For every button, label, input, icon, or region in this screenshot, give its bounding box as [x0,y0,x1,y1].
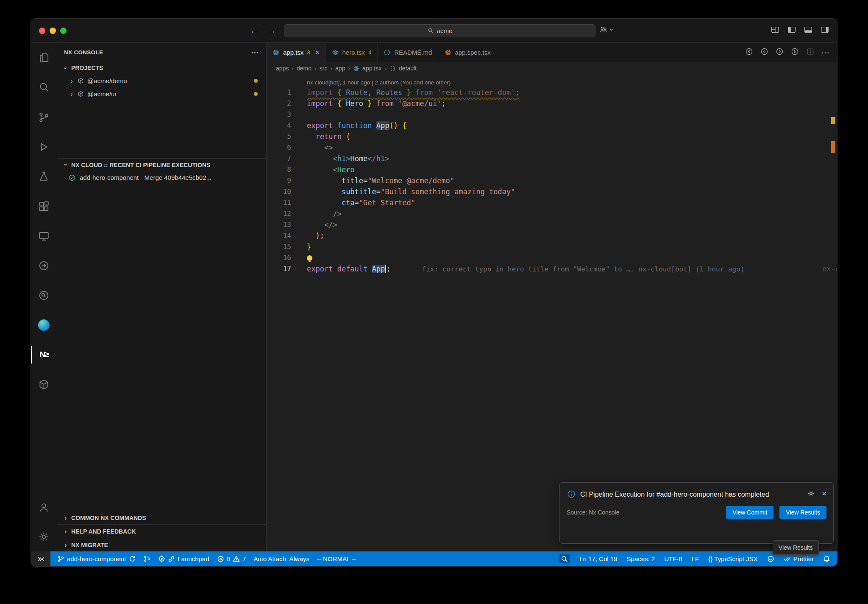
remote-indicator[interactable] [31,551,50,566]
code-line[interactable]: 2import { Hero } from '@acme/ui'; [267,98,837,109]
run-debug-icon[interactable] [31,132,57,162]
projects-section-header[interactable]: › PROJECTS [57,62,266,74]
line-number[interactable]: 2 [267,98,291,109]
view-results-button[interactable]: View Results [779,506,826,519]
code-line[interactable]: 14 ); [267,230,837,241]
source-control-icon[interactable] [31,102,57,132]
encoding-indicator[interactable]: UTF-8 [664,555,682,562]
code-line[interactable]: 5 return ( [267,131,837,142]
line-number[interactable]: 6 [267,142,291,153]
notifications-button[interactable] [823,555,830,562]
code-line[interactable]: 15} [267,241,837,252]
search-details-icon[interactable] [31,280,57,310]
language-mode-indicator[interactable]: {} TypeScript JSX [708,555,757,562]
tab-app-tsx[interactable]: app.tsx 3 × [267,43,326,62]
open-changes-icon[interactable] [760,47,769,58]
remote-explorer-icon[interactable] [31,221,57,251]
line-number[interactable]: 12 [267,208,291,219]
tab-hero-tsx[interactable]: hero.tsx 4 [326,43,378,62]
problems-indicator[interactable]: 0 7 [217,555,246,562]
live-share-icon[interactable] [31,251,57,280]
zoom-indicator[interactable] [559,554,570,563]
toggle-primary-sidebar-icon[interactable] [787,25,796,36]
code-editor[interactable]: nx-cloud[bot], 1 hour ago | 2 authors (Y… [267,75,837,551]
line-number[interactable]: 8 [267,164,291,175]
auto-attach-indicator[interactable]: Auto Attach: Always [253,555,309,562]
testing-icon[interactable] [31,162,57,191]
command-center-search[interactable]: acme [284,24,595,37]
line-number[interactable]: 14 [267,230,291,241]
close-window-button[interactable] [39,28,45,34]
code-line[interactable]: 1import { Route, Routes } from 'react-ro… [267,87,837,98]
zoom-window-button[interactable] [60,28,67,34]
line-number[interactable]: 5 [267,131,291,142]
edge-browser-icon[interactable] [31,310,57,340]
toggle-secondary-sidebar-icon[interactable] [820,25,829,36]
line-number[interactable]: 11 [267,197,291,208]
section-nx-migrate[interactable]: › NX MIGRATE [57,538,266,551]
line-number[interactable]: 15 [267,241,291,252]
line-number[interactable]: 13 [267,219,291,230]
prev-change-icon[interactable] [745,47,754,58]
code-line[interactable]: 9 title="Welcome @acme/demo" [267,175,837,186]
navigate-forward-icon[interactable]: → [266,25,278,36]
line-number[interactable]: 7 [267,153,291,164]
line-number[interactable]: 9 [267,175,291,186]
eol-indicator[interactable]: LF [692,555,699,562]
nx-cloud-section-header[interactable]: › NX CLOUD :: RECENT CI PIPELINE EXECUTI… [57,158,266,171]
package-icon[interactable] [31,369,57,399]
code-line[interactable]: 7 <h1>Home</h1> [267,153,837,164]
vim-mode-indicator[interactable]: -- NORMAL -- [317,555,356,562]
next-change-icon[interactable] [775,47,784,58]
account-icon[interactable] [31,492,57,522]
tree-item-acme-demo[interactable]: › @acme/demo [57,74,266,87]
notification-settings-icon[interactable] [807,489,815,499]
line-number[interactable]: 10 [267,186,291,197]
code-line[interactable]: 13 </> [267,219,837,230]
pipeline-execution-item[interactable]: add-hero-component - Merge 409b44e5cb02.… [57,171,266,184]
line-number[interactable]: 16 [267,252,291,263]
explorer-icon[interactable] [31,43,57,73]
more-actions-icon[interactable]: ⋯ [821,48,829,58]
customize-layout-icon[interactable] [771,25,780,36]
lightbulb-icon[interactable] [307,255,312,261]
code-line[interactable]: 4export function App() { [267,120,837,131]
cursor-position-indicator[interactable]: Ln 17, Col 19 [579,555,617,562]
feedback-button[interactable] [767,555,774,562]
code-line[interactable]: 17export default App;fix: correct typo i… [267,263,837,274]
code-line[interactable]: 3 [267,109,837,120]
line-number[interactable]: 1 [267,87,291,98]
navigate-back-icon[interactable]: ← [249,25,261,36]
line-number[interactable]: 3 [267,109,291,120]
tab-readme-md[interactable]: README.md [378,43,438,62]
tree-item-acme-ui[interactable]: › @acme/ui [57,87,266,101]
tab-app-spec-tsx[interactable]: app.spec.tsx [438,43,497,62]
profiles-menu[interactable] [599,25,614,34]
breadcrumb-item[interactable]: src [320,65,328,72]
view-commit-button[interactable]: View Commit [726,506,773,519]
indentation-indicator[interactable]: Spaces: 2 [626,555,655,562]
run-file-icon[interactable] [790,47,799,58]
settings-gear-icon[interactable] [31,522,57,551]
launchpad-button[interactable]: Launchpad [158,555,209,562]
search-icon[interactable] [31,73,57,102]
extensions-icon[interactable] [31,191,57,221]
toggle-panel-icon[interactable] [804,25,813,36]
line-number[interactable]: 4 [267,120,291,131]
section-common-nx-commands[interactable]: › COMMON NX COMMANDS [57,511,266,524]
more-actions-icon[interactable]: ⋯ [251,48,259,57]
breadcrumb-item[interactable]: app [335,65,345,72]
breadcrumb-item[interactable]: app.tsx [362,65,381,72]
minimize-window-button[interactable] [50,28,56,34]
code-line[interactable]: 16 [267,252,837,263]
notification-close-icon[interactable]: × [822,489,826,499]
code-line[interactable]: 8 <Hero [267,164,837,175]
close-tab-icon[interactable]: × [315,48,320,57]
git-action-button[interactable] [143,555,150,562]
code-line[interactable]: 6 <> [267,142,837,153]
code-line[interactable]: 12 /> [267,208,837,219]
nx-console-icon[interactable]: N≥ [31,340,57,369]
section-help-feedback[interactable]: › HELP AND FEEDBACK [57,524,266,538]
branch-indicator[interactable]: add-hero-component [57,555,136,562]
breadcrumb-item[interactable]: apps [276,65,289,72]
